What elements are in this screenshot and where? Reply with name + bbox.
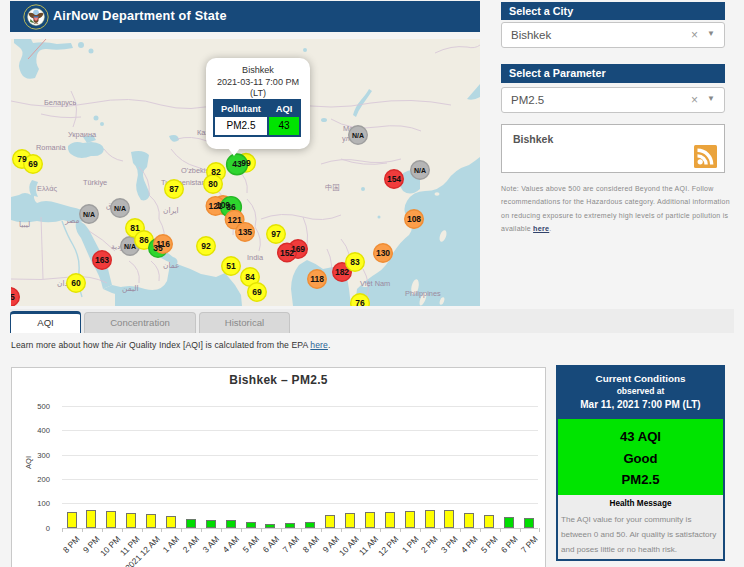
svg-text:N/A: N/A: [352, 132, 364, 139]
svg-text:92: 92: [201, 241, 211, 251]
svg-text:76: 76: [355, 298, 365, 306]
svg-text:154: 154: [387, 174, 401, 184]
svg-text:India: India: [247, 253, 264, 262]
svg-text:163: 163: [95, 255, 109, 265]
svg-text:87: 87: [169, 184, 179, 194]
svg-text:Türkiye: Türkiye: [83, 178, 107, 187]
svg-text:121: 121: [228, 215, 242, 225]
svg-text:116: 116: [156, 239, 170, 249]
svg-text:69: 69: [28, 159, 38, 169]
svg-text:N/A: N/A: [124, 243, 136, 250]
svg-text:N/A: N/A: [414, 167, 426, 174]
svg-text:121: 121: [208, 201, 222, 211]
svg-text:Việt Nam: Việt Nam: [360, 279, 390, 288]
svg-text:عمان: عمان: [163, 261, 179, 270]
svg-text:ايران: ايران: [163, 206, 179, 215]
svg-text:43: 43: [232, 159, 242, 169]
svg-text:69: 69: [252, 287, 262, 297]
svg-text:83: 83: [350, 257, 360, 267]
svg-text:86: 86: [139, 235, 149, 245]
svg-text:118: 118: [310, 274, 324, 284]
svg-text:Украина: Украина: [68, 130, 97, 139]
svg-text:Беларусь: Беларусь: [44, 98, 76, 107]
svg-text:82: 82: [211, 167, 221, 177]
svg-text:51: 51: [226, 261, 236, 271]
svg-text:N/A: N/A: [83, 211, 95, 218]
svg-text:Ελλάς: Ελλάς: [37, 184, 57, 193]
svg-text:130: 130: [376, 248, 390, 258]
svg-text:مصر: مصر: [64, 216, 79, 225]
svg-text:Philippines: Philippines: [405, 289, 441, 298]
svg-text:اليمن: اليمن: [122, 284, 138, 293]
svg-text:79: 79: [17, 154, 27, 164]
svg-text:84: 84: [245, 272, 255, 282]
svg-text:97: 97: [271, 229, 281, 239]
svg-text:99: 99: [241, 158, 251, 168]
svg-text:135: 135: [238, 227, 252, 237]
svg-text:108: 108: [407, 214, 421, 224]
svg-text:81: 81: [130, 223, 140, 233]
svg-text:65: 65: [11, 292, 15, 302]
svg-text:ليبيا: ليبيا: [19, 220, 30, 229]
svg-text:182: 182: [335, 267, 349, 277]
svg-text:Romania: Romania: [36, 143, 66, 152]
svg-text:中国: 中国: [325, 183, 340, 192]
svg-text:N/A: N/A: [114, 205, 126, 212]
svg-text:36: 36: [226, 202, 236, 212]
svg-text:152: 152: [280, 248, 294, 258]
svg-text:60: 60: [71, 278, 81, 288]
svg-text:80: 80: [208, 179, 218, 189]
